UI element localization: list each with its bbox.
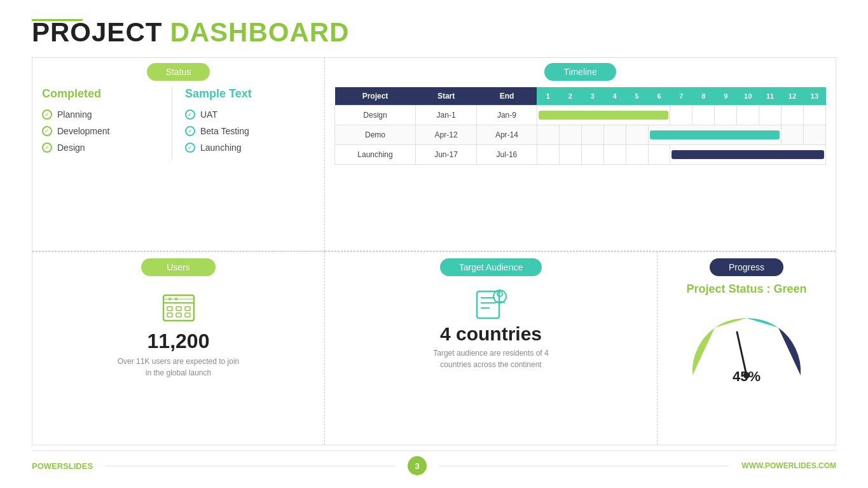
- target-header: Target Audience: [440, 258, 542, 276]
- empty-d8: [692, 106, 715, 125]
- status-header: Status: [42, 63, 315, 81]
- col-4: 4: [603, 87, 626, 106]
- users-panel: Users: [32, 252, 325, 445]
- empty-l2: [559, 145, 581, 165]
- target-icon: [471, 282, 511, 323]
- brand-green: SLIDES: [63, 461, 93, 471]
- empty-m1: [537, 125, 559, 145]
- target-number: 4 countries: [440, 323, 542, 345]
- gantt-row-demo: Demo Apr-12 Apr-14: [335, 125, 826, 145]
- status-item-launching: Launching: [185, 143, 308, 153]
- svg-rect-11: [477, 291, 499, 318]
- start-demo: Apr-12: [416, 125, 477, 145]
- col-project: Project: [335, 87, 416, 106]
- check-icon-design: [42, 143, 52, 153]
- status-columns: Completed Planning Development: [42, 87, 315, 159]
- status-badge: Status: [147, 63, 210, 81]
- timeline-header: Timeline: [334, 63, 826, 81]
- col-start: Start: [416, 87, 477, 106]
- uat-label: UAT: [200, 109, 217, 120]
- target-panel: Target Audience 4 countries Target audie…: [325, 252, 658, 445]
- empty-d12: [782, 106, 804, 125]
- col-10: 10: [737, 87, 759, 106]
- footer-line-left: [106, 466, 395, 466]
- brand-black: POWER: [32, 461, 63, 471]
- timeline-panel: Timeline Project Start End 1 2 3: [325, 58, 836, 251]
- end-demo: Apr-14: [477, 125, 537, 145]
- empty-d10: [737, 106, 759, 125]
- empty-d9: [715, 106, 737, 125]
- footer: POWERSLIDES 3 WWW.POWERLIDES.COM: [32, 450, 836, 475]
- completed-column: Completed Planning Development: [42, 87, 172, 159]
- col-1: 1: [537, 87, 559, 106]
- col-6: 6: [648, 87, 670, 106]
- status-item-beta: Beta Testing: [185, 126, 308, 136]
- sections-wrapper: Status Completed Planning Development: [32, 58, 836, 445]
- col-11: 11: [759, 87, 782, 106]
- empty-m12: [782, 125, 804, 145]
- check-icon-uat: [185, 109, 195, 120]
- svg-point-9: [169, 298, 171, 300]
- users-content: 11,200 Over 11K users are expected to jo…: [42, 282, 315, 379]
- completed-title: Completed: [42, 87, 165, 101]
- progress-badge: Progress: [710, 258, 783, 276]
- end-design: Jan-9: [477, 106, 537, 125]
- sample-column: Sample Text UAT Beta Testing: [172, 87, 315, 159]
- check-icon-development: [42, 126, 52, 136]
- col-7: 7: [670, 87, 692, 106]
- progress-panel: Progress Project Status : Green: [658, 252, 836, 445]
- project-name-design: Design: [335, 106, 416, 125]
- gantt-row-launching: Launching Jun-17 Jul-16: [335, 145, 826, 165]
- col-2: 2: [559, 87, 581, 106]
- project-name-launching: Launching: [335, 145, 416, 165]
- col-end: End: [477, 87, 537, 106]
- page-number: 3: [408, 456, 427, 475]
- title-project: PROJECT: [32, 19, 162, 46]
- svg-rect-7: [185, 313, 190, 317]
- col-9: 9: [715, 87, 737, 106]
- empty-m13: [803, 125, 825, 145]
- users-badge: Users: [141, 258, 216, 276]
- footer-website: WWW.POWERLIDES.COM: [741, 461, 836, 470]
- status-item-uat: UAT: [185, 109, 308, 120]
- launching-label: Launching: [200, 143, 242, 153]
- col-3: 3: [581, 87, 603, 106]
- project-name-demo: Demo: [335, 125, 416, 145]
- empty-l6: [648, 145, 670, 165]
- empty-m5: [626, 125, 648, 145]
- status-item-planning: Planning: [42, 109, 165, 120]
- empty-l3: [581, 145, 603, 165]
- bar-design: [537, 106, 670, 125]
- sample-title: Sample Text: [185, 87, 308, 101]
- check-icon-beta: [185, 126, 195, 136]
- design-label: Design: [57, 143, 85, 153]
- col-8: 8: [692, 87, 715, 106]
- empty-m2: [559, 125, 581, 145]
- development-label: Development: [57, 126, 110, 136]
- start-design: Jan-1: [416, 106, 477, 125]
- empty-l5: [626, 145, 648, 165]
- planning-label: Planning: [57, 109, 92, 120]
- gauge-percent: 45%: [733, 368, 761, 385]
- footer-brand: POWERSLIDES: [32, 461, 93, 471]
- project-status-value: Green: [774, 282, 807, 295]
- timeline-badge: Timeline: [544, 63, 616, 81]
- svg-point-10: [175, 298, 177, 300]
- bottom-sections: Users: [32, 251, 836, 445]
- progress-status: Project Status : Green: [686, 282, 806, 296]
- col-5: 5: [626, 87, 648, 106]
- progress-header: Progress: [710, 258, 783, 276]
- empty-m4: [603, 125, 626, 145]
- users-number: 11,200: [148, 330, 210, 353]
- users-description: Over 11K users are expected to join in t…: [115, 356, 242, 379]
- svg-rect-6: [176, 313, 181, 317]
- gantt-row-design: Design Jan-1 Jan-9: [335, 106, 826, 125]
- target-description: Target audience are residents of 4 count…: [427, 347, 555, 370]
- project-status-label: Project Status :: [686, 282, 773, 295]
- empty-d13: [803, 106, 825, 125]
- top-sections: Status Completed Planning Development: [32, 58, 836, 251]
- status-panel: Status Completed Planning Development: [32, 58, 325, 251]
- empty-m3: [581, 125, 603, 145]
- footer-line-right: [439, 466, 729, 466]
- empty-l4: [603, 145, 626, 165]
